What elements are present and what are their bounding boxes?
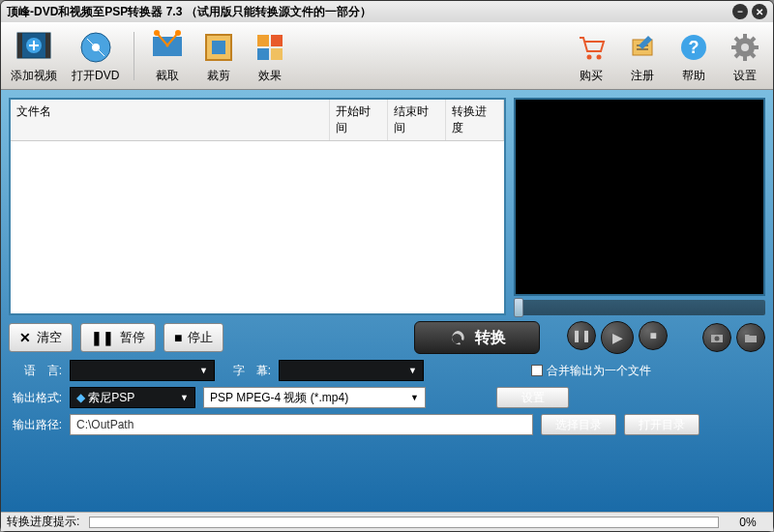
media-pause-button[interactable]: ❚❚ — [567, 321, 596, 350]
snapshot-button[interactable] — [702, 323, 731, 352]
stop-button[interactable]: ■停止 — [164, 323, 223, 352]
effect-button[interactable]: 效果 — [252, 29, 288, 84]
settings-button[interactable]: 设置 — [727, 29, 763, 84]
col-filename[interactable]: 文件名 — [11, 100, 330, 140]
status-label: 转换进度提示: — [7, 514, 79, 530]
cart-icon — [573, 29, 610, 66]
stop-icon: ■ — [174, 330, 182, 345]
col-endtime[interactable]: 结束时间 — [388, 100, 446, 140]
camera-icon — [710, 331, 724, 344]
media-play-button[interactable]: ▶ — [601, 321, 634, 354]
svg-rect-11 — [257, 35, 269, 46]
preview-slider[interactable] — [514, 300, 765, 315]
crop-label: 裁剪 — [207, 68, 230, 84]
checkbox-icon — [531, 365, 543, 376]
progress-percent: 0% — [729, 516, 767, 529]
help-icon: ? — [675, 29, 712, 66]
main-area: 文件名 开始时间 结束时间 转换进度 ✕清空 ❚❚暂停 ■停止 转换 — [1, 90, 773, 512]
preview-video — [514, 98, 765, 296]
help-label: 帮助 — [682, 68, 705, 84]
merge-checkbox[interactable]: 合并输出为一个文件 — [531, 363, 651, 379]
minimize-button[interactable]: － — [732, 4, 748, 19]
format-label: 输出格式: — [9, 390, 62, 406]
capture-button[interactable]: 截取 — [149, 29, 186, 84]
svg-point-5 — [92, 44, 100, 51]
toolbar: 添加视频 打开DVD 截取 裁剪 效果 — [1, 22, 773, 90]
scissors-icon — [149, 29, 186, 66]
dvd-icon — [77, 29, 114, 66]
svg-point-23 — [715, 337, 720, 341]
statusbar: 转换进度提示: 0% — [1, 512, 773, 531]
crop-button[interactable]: 裁剪 — [200, 29, 237, 84]
open-dvd-button[interactable]: 打开DVD — [72, 29, 119, 84]
pause-icon: ❚❚ — [91, 330, 114, 345]
effect-icon — [252, 29, 288, 66]
file-list[interactable]: 文件名 开始时间 结束时间 转换进度 — [9, 98, 506, 315]
register-label: 注册 — [631, 68, 654, 84]
svg-rect-13 — [257, 48, 269, 60]
buy-label: 购买 — [580, 68, 603, 84]
separator — [134, 32, 134, 80]
chevron-down-icon: ▼ — [199, 366, 208, 375]
folder-icon — [744, 331, 758, 344]
open-dvd-label: 打开DVD — [72, 68, 119, 84]
add-video-icon — [15, 29, 52, 66]
svg-text:?: ? — [689, 38, 700, 57]
pause-button[interactable]: ❚❚暂停 — [80, 323, 156, 352]
subtitle-select[interactable]: ▼ — [279, 360, 424, 381]
path-label: 输出路径: — [9, 417, 62, 433]
format-settings-button[interactable]: 设置 — [496, 387, 569, 408]
window-title: 顶峰-DVD和视频至PSP转换器 7.3 （试用版只能转换源文件的一部分） — [7, 4, 372, 20]
refresh-icon — [448, 328, 467, 347]
list-header: 文件名 开始时间 结束时间 转换进度 — [11, 100, 504, 141]
convert-button[interactable]: 转换 — [414, 321, 540, 354]
buy-button[interactable]: 购买 — [573, 29, 610, 84]
slider-thumb[interactable] — [514, 298, 523, 317]
help-button[interactable]: ? 帮助 — [675, 29, 712, 84]
format-select[interactable]: PSP MPEG-4 视频 (*.mp4)▼ — [203, 387, 426, 408]
subtitle-label: 字 幕: — [223, 363, 271, 379]
browse-button[interactable]: 选择目录 — [541, 414, 616, 435]
gear-icon — [727, 29, 763, 66]
svg-point-21 — [741, 44, 749, 51]
svg-point-7 — [154, 30, 160, 36]
clear-button[interactable]: ✕清空 — [9, 323, 73, 352]
output-path-input[interactable]: C:\OutPath — [70, 414, 533, 435]
progress-bar — [89, 517, 719, 528]
device-select[interactable]: ◆ 索尼PSP▼ — [70, 387, 195, 408]
x-icon: ✕ — [19, 330, 31, 345]
close-button[interactable]: ✕ — [752, 4, 767, 19]
settings-label: 设置 — [733, 68, 757, 84]
svg-rect-2 — [45, 33, 50, 58]
svg-rect-14 — [271, 48, 283, 60]
svg-point-16 — [597, 54, 602, 59]
svg-rect-10 — [212, 41, 225, 54]
svg-point-8 — [175, 30, 181, 36]
add-video-label: 添加视频 — [11, 68, 57, 84]
svg-rect-1 — [17, 33, 22, 58]
language-label: 语 言: — [9, 363, 62, 379]
chevron-down-icon: ▼ — [410, 393, 419, 402]
capture-label: 截取 — [156, 68, 179, 84]
effect-label: 效果 — [258, 68, 282, 84]
chevron-down-icon: ▼ — [408, 366, 417, 375]
register-icon — [624, 29, 661, 66]
language-select[interactable]: ▼ — [70, 360, 215, 381]
col-starttime[interactable]: 开始时间 — [330, 100, 388, 140]
preview-panel — [514, 98, 765, 315]
media-stop-button[interactable]: ■ — [639, 321, 668, 350]
open-dir-button[interactable]: 打开目录 — [624, 414, 700, 435]
chevron-down-icon: ▼ — [180, 393, 189, 402]
crop-icon — [200, 29, 237, 66]
svg-rect-12 — [271, 35, 283, 46]
col-progress[interactable]: 转换进度 — [446, 100, 504, 140]
svg-point-15 — [587, 54, 592, 59]
titlebar: 顶峰-DVD和视频至PSP转换器 7.3 （试用版只能转换源文件的一部分） － … — [1, 1, 773, 22]
open-folder-button[interactable] — [736, 323, 765, 352]
register-button[interactable]: 注册 — [624, 29, 661, 84]
add-video-button[interactable]: 添加视频 — [11, 29, 57, 84]
